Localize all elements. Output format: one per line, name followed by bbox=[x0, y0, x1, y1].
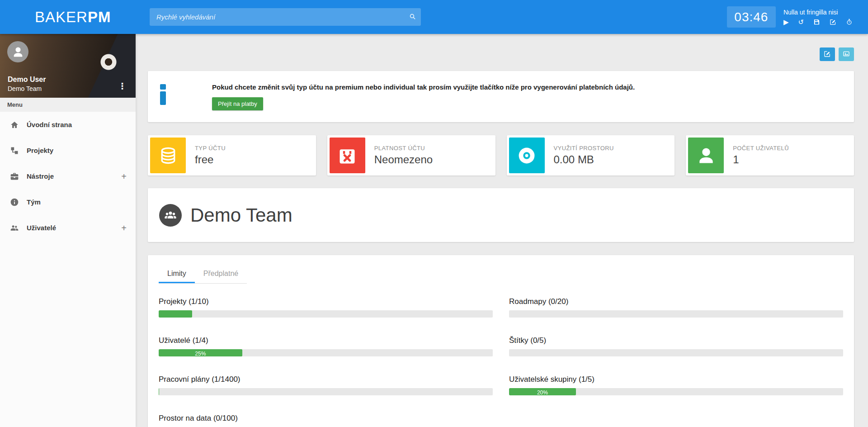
stat-account-validity: PLATNOST ÚČTU Neomezeno bbox=[327, 135, 495, 176]
notice-text: Pokud chcete změnit svůj typ účtu na pre… bbox=[212, 83, 635, 91]
tab-predplatne[interactable]: Předplatné bbox=[195, 265, 247, 283]
add-nastroje-button[interactable]: + bbox=[121, 172, 127, 181]
sidebar-item-uvodni-strana[interactable]: Úvodní strana bbox=[0, 112, 136, 138]
stat-value: 1 bbox=[733, 153, 789, 166]
users-icon bbox=[9, 223, 20, 232]
limit-projekty: Projekty (1/10) bbox=[159, 297, 493, 318]
stopwatch-icon[interactable] bbox=[846, 19, 853, 25]
limit-label: Projekty (1/10) bbox=[159, 297, 493, 306]
logo-text-pm: PM bbox=[88, 9, 111, 25]
stat-label: TYP ÚČTU bbox=[195, 145, 226, 152]
limit-label: Pracovní plány (1/1400) bbox=[159, 375, 493, 384]
progress-fill: 20% bbox=[509, 388, 576, 395]
timer-controls: ▶ ↺ bbox=[783, 19, 853, 25]
profile-menu-icon[interactable]: ⋮ bbox=[118, 81, 127, 91]
tools-icon bbox=[9, 172, 20, 181]
limit-uzivatelske-skupiny: Uživatelské skupiny (1/5) 20% bbox=[509, 375, 843, 395]
app-logo[interactable]: BAKERPM bbox=[35, 9, 150, 26]
profile-team-name: Demo Team bbox=[8, 85, 46, 92]
add-uzivatele-button[interactable]: + bbox=[121, 223, 127, 232]
progress-percent-label: 25% bbox=[195, 351, 206, 356]
timer-display[interactable]: 03:46 bbox=[727, 6, 776, 28]
profile-panel: Demo User Demo Team ⋮ bbox=[0, 34, 136, 98]
profile-user-name: Demo User bbox=[8, 76, 46, 84]
tab-limity[interactable]: Limity bbox=[159, 265, 195, 283]
limit-label: Uživatelské skupiny (1/5) bbox=[509, 375, 843, 384]
team-title: Demo Team bbox=[190, 204, 292, 226]
limits-card: Limity Předplatné Projekty (1/10) Uživat… bbox=[148, 255, 854, 427]
edit-page-button[interactable] bbox=[820, 47, 835, 61]
stat-label: PLATNOST ÚČTU bbox=[374, 145, 433, 152]
limit-label: Roadmapy (0/20) bbox=[509, 297, 843, 306]
stat-space-usage: VYUŽITÍ PROSTORU 0.00 MB bbox=[507, 135, 675, 176]
progress-fill: 25% bbox=[159, 349, 242, 356]
team-group-icon bbox=[159, 204, 182, 227]
timer-widget: 03:46 Nulla ut fringilla nisi ▶ ↺ bbox=[727, 6, 853, 28]
stat-user-count: POČET UŽIVATELŮ 1 bbox=[686, 135, 854, 176]
progress-bar bbox=[159, 310, 493, 318]
stats-row: TYP ÚČTU free PLATNOST ÚČTU Neomezeno bbox=[148, 135, 854, 176]
limit-pracovni-plany: Pracovní plány (1/1400) bbox=[159, 375, 493, 395]
home-icon bbox=[9, 120, 20, 129]
progress-fill bbox=[159, 388, 159, 395]
sidebar-item-label: Uživatelé bbox=[27, 224, 56, 232]
info-icon bbox=[160, 84, 166, 122]
sidebar: Demo User Demo Team ⋮ Menu Úvodní strana… bbox=[0, 34, 136, 427]
search-icon[interactable] bbox=[409, 13, 416, 20]
limit-prostor-na-data: Prostor na data (0/100) bbox=[159, 414, 493, 427]
stat-label: VYUŽITÍ PROSTORU bbox=[554, 145, 614, 152]
limit-label: Štítky (0/5) bbox=[509, 336, 843, 345]
payment-notice-card: Pokud chcete změnit svůj typ účtu na pre… bbox=[148, 71, 854, 122]
sidebar-item-label: Projekty bbox=[27, 147, 53, 154]
disc-icon bbox=[509, 138, 545, 173]
topbar: BAKERPM 03:46 Nulla ut fringilla nisi ▶ … bbox=[0, 0, 868, 34]
progress-bar bbox=[159, 388, 493, 395]
progress-bar: 20% bbox=[509, 388, 843, 395]
play-icon[interactable]: ▶ bbox=[783, 19, 789, 25]
limit-roadmapy: Roadmapy (0/20) bbox=[509, 297, 843, 318]
restart-icon[interactable]: ↺ bbox=[798, 19, 804, 25]
sidebar-item-tym[interactable]: Tým bbox=[0, 189, 136, 215]
menu-header: Menu bbox=[0, 98, 136, 112]
limit-label: Uživatelé (1/4) bbox=[159, 336, 493, 345]
projects-icon bbox=[9, 146, 20, 155]
sidebar-item-label: Úvodní strana bbox=[27, 121, 72, 128]
calendar-x-icon bbox=[330, 138, 365, 173]
stat-value: Neomezeno bbox=[374, 153, 433, 166]
main-content: Pokud chcete změnit svůj typ účtu na pre… bbox=[136, 34, 868, 427]
info-circle-icon bbox=[9, 198, 20, 207]
sidebar-item-label: Tým bbox=[27, 198, 41, 206]
edit-icon bbox=[824, 50, 831, 59]
limit-label: Prostor na data (0/100) bbox=[159, 414, 493, 423]
image-button[interactable] bbox=[839, 47, 854, 61]
limit-stitky: Štítky (0/5) bbox=[509, 336, 843, 356]
avatar[interactable] bbox=[7, 41, 28, 62]
timer-task-label: Nulla ut fringilla nisi bbox=[783, 9, 853, 16]
stat-label: POČET UŽIVATELŮ bbox=[733, 145, 789, 152]
stat-account-type: TYP ÚČTU free bbox=[148, 135, 316, 176]
image-icon bbox=[843, 50, 850, 59]
coins-icon bbox=[150, 138, 186, 173]
progress-bar bbox=[509, 349, 843, 356]
sidebar-item-nastroje[interactable]: Nástroje + bbox=[0, 163, 136, 189]
stat-value: 0.00 MB bbox=[554, 153, 614, 166]
go-to-payments-button[interactable]: Přejít na platby bbox=[212, 97, 263, 110]
team-card: Demo Team bbox=[148, 188, 854, 242]
progress-fill bbox=[159, 310, 192, 318]
edit-entry-icon[interactable] bbox=[830, 19, 836, 25]
progress-bar bbox=[509, 310, 843, 318]
logo-text-baker: BAKER bbox=[35, 9, 88, 25]
sidebar-item-label: Nástroje bbox=[27, 172, 54, 180]
progress-bar: 25% bbox=[159, 349, 493, 356]
stat-value: free bbox=[195, 153, 226, 166]
sidebar-item-projekty[interactable]: Projekty bbox=[0, 138, 136, 163]
limit-uzivatele: Uživatelé (1/4) 25% bbox=[159, 336, 493, 356]
save-icon[interactable] bbox=[813, 19, 820, 25]
limits-tabs: Limity Předplatné bbox=[159, 265, 247, 284]
search-input[interactable] bbox=[150, 8, 421, 26]
page-actions bbox=[148, 47, 854, 61]
progress-percent-label: 20% bbox=[537, 389, 548, 395]
sidebar-item-uzivatele[interactable]: Uživatelé + bbox=[0, 215, 136, 241]
quick-search bbox=[150, 8, 421, 26]
user-icon bbox=[688, 138, 724, 173]
